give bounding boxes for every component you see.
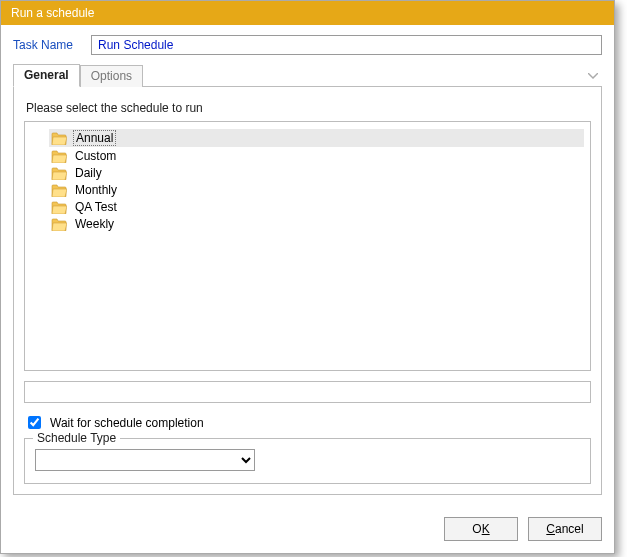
task-name-row: Task Name bbox=[13, 35, 602, 55]
general-panel: Please select the schedule to run Annual… bbox=[13, 87, 602, 495]
tree-item[interactable]: Custom bbox=[49, 148, 584, 164]
folder-icon bbox=[51, 132, 67, 145]
titlebar: Run a schedule bbox=[1, 1, 614, 25]
ok-button[interactable]: OK bbox=[444, 517, 518, 541]
tree-item-label: Daily bbox=[73, 166, 104, 180]
selection-path-box bbox=[24, 381, 591, 403]
tree-item-label: QA Test bbox=[73, 200, 119, 214]
schedule-tree[interactable]: AnnualCustomDailyMonthlyQA TestWeekly bbox=[24, 121, 591, 371]
cancel-button[interactable]: Cancel bbox=[528, 517, 602, 541]
tree-item[interactable]: Daily bbox=[49, 165, 584, 181]
wait-checkbox-label: Wait for schedule completion bbox=[50, 416, 204, 430]
tab-strip: General Options bbox=[13, 63, 602, 87]
dialog-buttons: OK Cancel bbox=[1, 507, 614, 553]
window-title: Run a schedule bbox=[11, 6, 94, 20]
tab-general[interactable]: General bbox=[13, 64, 80, 87]
tree-item-label: Custom bbox=[73, 149, 118, 163]
task-name-input[interactable] bbox=[91, 35, 602, 55]
tree-item-label: Weekly bbox=[73, 217, 116, 231]
tree-item-label: Monthly bbox=[73, 183, 119, 197]
content-area: Task Name General Options Please select … bbox=[1, 25, 614, 507]
chevron-down-icon[interactable] bbox=[584, 64, 602, 86]
tree-item[interactable]: Annual bbox=[49, 129, 584, 147]
task-name-label: Task Name bbox=[13, 38, 73, 52]
tree-item[interactable]: Monthly bbox=[49, 182, 584, 198]
schedule-type-group: Schedule Type bbox=[24, 438, 591, 484]
folder-icon bbox=[51, 150, 67, 163]
folder-icon bbox=[51, 167, 67, 180]
folder-icon bbox=[51, 218, 67, 231]
folder-icon bbox=[51, 184, 67, 197]
schedule-type-combo[interactable] bbox=[35, 449, 255, 471]
wait-checkbox-row: Wait for schedule completion bbox=[24, 413, 591, 432]
tab-options[interactable]: Options bbox=[80, 65, 143, 87]
instruction-text: Please select the schedule to run bbox=[26, 101, 591, 115]
tree-item-label: Annual bbox=[73, 130, 116, 146]
schedule-type-label: Schedule Type bbox=[33, 431, 120, 445]
dialog-window: Run a schedule Task Name General Options… bbox=[0, 0, 615, 554]
tree-item[interactable]: QA Test bbox=[49, 199, 584, 215]
wait-checkbox[interactable] bbox=[28, 416, 41, 429]
tree-item[interactable]: Weekly bbox=[49, 216, 584, 232]
folder-icon bbox=[51, 201, 67, 214]
